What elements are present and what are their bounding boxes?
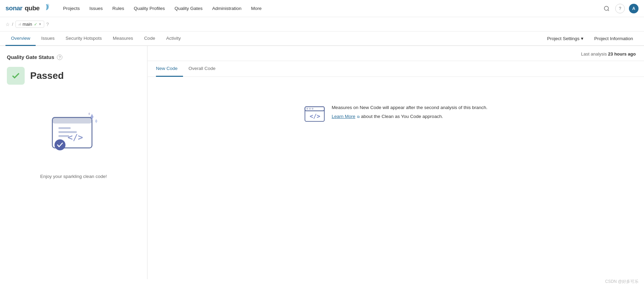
- user-avatar[interactable]: A: [629, 4, 639, 13]
- quality-gate-header: Quality Gate Status ?: [7, 54, 140, 60]
- project-information-button[interactable]: Project Information: [589, 32, 639, 45]
- message-secondary: Learn More ⧉ about the Clean as You Code…: [332, 114, 488, 119]
- project-information-label: Project Information: [594, 36, 633, 41]
- nav-right: ? A: [602, 4, 639, 13]
- tab-new-code[interactable]: New Code: [156, 61, 183, 77]
- sub-nav-actions: Project Settings ▾ Project Information: [542, 32, 644, 45]
- tab-security-hotspots[interactable]: Security Hotspots: [60, 32, 107, 46]
- quality-gate-title: Quality Gate Status: [7, 54, 54, 60]
- project-settings-label: Project Settings: [547, 36, 580, 41]
- right-panel: Last analysis 23 hours ago New Code Over…: [148, 46, 644, 279]
- svg-point-15: [306, 108, 308, 110]
- favorite-icon[interactable]: ☆: [5, 22, 10, 27]
- quality-gate-help-icon[interactable]: ?: [57, 55, 62, 60]
- branch-dropdown-icon: ▾: [39, 22, 41, 26]
- external-link-icon: ⧉: [357, 115, 360, 119]
- code-icon: </>: [304, 104, 325, 122]
- breadcrumb: ☆ / ⑁ main ✓ ▾ ?: [0, 17, 644, 32]
- svg-point-17: [312, 108, 313, 110]
- svg-text:</>: </>: [68, 132, 83, 142]
- last-analysis-label: Last analysis 23 hours ago: [581, 51, 636, 57]
- message-content: </> Measures on New Code will appear aft…: [304, 104, 488, 122]
- tab-overall-code[interactable]: Overall Code: [189, 61, 221, 77]
- tab-activity[interactable]: Activity: [161, 32, 186, 46]
- main-content: Quality Gate Status ? Passed </>: [0, 46, 644, 279]
- search-button[interactable]: [602, 4, 611, 13]
- breadcrumb-separator: /: [12, 22, 13, 27]
- message-suffix: about the Clean as You Code approach.: [361, 114, 443, 119]
- tab-code[interactable]: Code: [138, 32, 160, 46]
- right-panel-header: Last analysis 23 hours ago: [148, 46, 644, 61]
- svg-point-16: [309, 108, 311, 110]
- passed-section: Passed: [7, 67, 140, 85]
- nav-issues[interactable]: Issues: [85, 0, 108, 17]
- tab-overview[interactable]: Overview: [5, 32, 36, 46]
- nav-projects[interactable]: Projects: [58, 0, 85, 17]
- svg-rect-6: [58, 127, 71, 129]
- footer-watermark: CSDN @好多可乐: [605, 279, 639, 279]
- nav-quality-gates[interactable]: Quality Gates: [170, 0, 207, 17]
- svg-text:</>: </>: [309, 113, 320, 120]
- message-area: </> Measures on New Code will appear aft…: [148, 77, 644, 149]
- svg-rect-5: [52, 118, 92, 124]
- top-nav: sonar qube Projects Issues Rules Quality…: [0, 0, 644, 17]
- branch-status-icon: ✓: [34, 22, 37, 27]
- logo-text: sonar qube: [5, 3, 50, 14]
- branch-selector[interactable]: ⑁ main ✓ ▾: [15, 21, 44, 28]
- help-button[interactable]: ?: [615, 4, 625, 13]
- left-panel: Quality Gate Status ? Passed </>: [0, 46, 147, 279]
- message-text-block: Measures on New Code will appear after t…: [332, 104, 488, 119]
- illustration: </>: [7, 98, 140, 170]
- sub-nav: Overview Issues Security Hotspots Measur…: [0, 32, 644, 46]
- nav-more[interactable]: More: [246, 0, 266, 17]
- tab-issues[interactable]: Issues: [36, 32, 60, 46]
- logo[interactable]: sonar qube: [5, 3, 50, 14]
- nav-rules[interactable]: Rules: [108, 0, 129, 17]
- passed-badge: [7, 67, 25, 85]
- last-analysis-prefix: Last analysis: [581, 51, 608, 57]
- branch-icon: ⑁: [19, 22, 21, 27]
- tab-measures[interactable]: Measures: [107, 32, 138, 46]
- svg-text:sonar: sonar: [5, 4, 23, 12]
- last-analysis-time: 23 hours ago: [608, 51, 636, 57]
- message-primary: Measures on New Code will appear after t…: [332, 104, 488, 111]
- nav-administration[interactable]: Administration: [207, 0, 246, 17]
- nav-quality-profiles[interactable]: Quality Profiles: [129, 0, 170, 17]
- sub-nav-tabs: Overview Issues Security Hotspots Measur…: [5, 32, 186, 45]
- passed-label: Passed: [30, 70, 64, 81]
- branch-name: main: [23, 22, 32, 27]
- chevron-down-icon: ▾: [581, 36, 583, 41]
- breadcrumb-help-icon[interactable]: ?: [46, 22, 49, 27]
- enjoy-text: Enjoy your sparkling clean code!: [7, 174, 140, 179]
- learn-more-link[interactable]: Learn More: [332, 114, 355, 119]
- code-tabs: New Code Overall Code: [148, 61, 644, 77]
- nav-links: Projects Issues Rules Quality Profiles Q…: [58, 0, 602, 17]
- svg-point-2: [604, 6, 608, 10]
- svg-text:qube: qube: [25, 4, 39, 12]
- svg-line-3: [608, 10, 609, 11]
- project-settings-button[interactable]: Project Settings ▾: [542, 32, 589, 45]
- svg-point-10: [54, 140, 65, 151]
